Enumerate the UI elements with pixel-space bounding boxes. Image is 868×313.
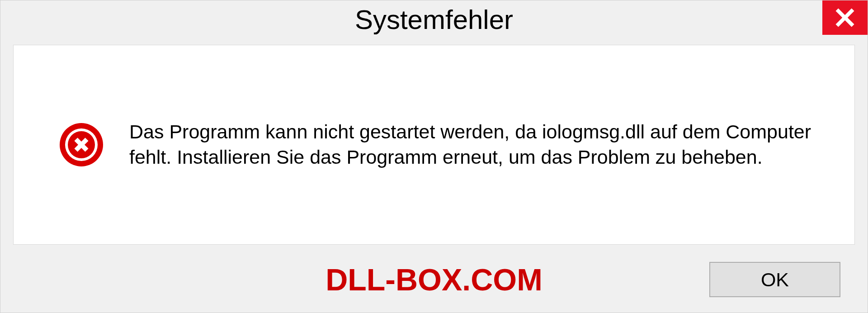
close-button[interactable]: [822, 0, 868, 35]
titlebar: Systemfehler: [0, 0, 868, 41]
dialog-footer: DLL-BOX.COM OK: [0, 254, 868, 313]
close-icon: [835, 8, 855, 28]
error-icon: [59, 122, 104, 167]
error-message: Das Programm kann nicht gestartet werden…: [129, 119, 827, 170]
watermark-text: DLL-BOX.COM: [326, 262, 542, 297]
ok-button[interactable]: OK: [709, 262, 840, 297]
dialog-title: Systemfehler: [355, 0, 513, 35]
error-dialog: Systemfehler Das Programm kann nicht ges…: [0, 0, 868, 313]
content-panel: Das Programm kann nicht gestartet werden…: [13, 45, 855, 245]
